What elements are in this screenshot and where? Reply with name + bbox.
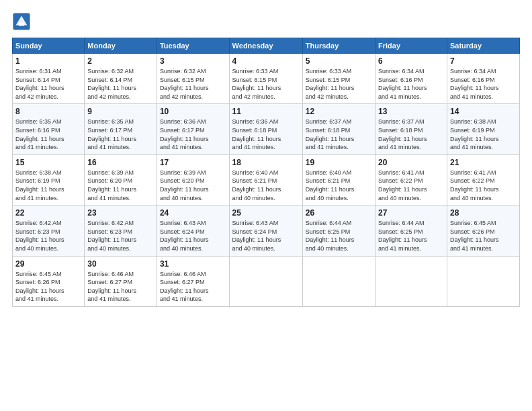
day-cell-2: 2Sunrise: 6:32 AM Sunset: 6:14 PM Daylig… xyxy=(85,54,157,104)
day-info: Sunrise: 6:46 AM Sunset: 6:27 PM Dayligh… xyxy=(160,270,226,304)
day-info: Sunrise: 6:43 AM Sunset: 6:24 PM Dayligh… xyxy=(232,219,300,253)
header-cell-wednesday: Wednesday xyxy=(229,38,302,54)
day-info: Sunrise: 6:31 AM Sunset: 6:14 PM Dayligh… xyxy=(15,67,81,101)
day-number: 4 xyxy=(232,56,300,66)
day-cell-23: 23Sunrise: 6:42 AM Sunset: 6:23 PM Dayli… xyxy=(85,205,157,256)
day-number: 7 xyxy=(450,56,517,66)
day-number: 21 xyxy=(450,158,517,167)
day-cell-8: 8Sunrise: 6:35 AM Sunset: 6:16 PM Daylig… xyxy=(13,104,85,154)
day-info: Sunrise: 6:45 AM Sunset: 6:26 PM Dayligh… xyxy=(450,219,517,253)
day-number: 12 xyxy=(306,107,372,116)
day-cell-25: 25Sunrise: 6:43 AM Sunset: 6:24 PM Dayli… xyxy=(229,205,302,256)
day-info: Sunrise: 6:45 AM Sunset: 6:26 PM Dayligh… xyxy=(15,270,81,304)
header xyxy=(12,12,520,31)
day-cell-20: 20Sunrise: 6:41 AM Sunset: 6:22 PM Dayli… xyxy=(375,154,447,205)
day-number: 10 xyxy=(160,107,226,116)
calendar-table: SundayMondayTuesdayWednesdayThursdayFrid… xyxy=(12,38,520,307)
day-cell-24: 24Sunrise: 6:43 AM Sunset: 6:24 PM Dayli… xyxy=(157,205,229,256)
logo-icon xyxy=(12,12,31,31)
header-row: SundayMondayTuesdayWednesdayThursdayFrid… xyxy=(13,38,520,54)
day-info: Sunrise: 6:33 AM Sunset: 6:15 PM Dayligh… xyxy=(306,67,372,101)
calendar-week-4: 22Sunrise: 6:42 AM Sunset: 6:23 PM Dayli… xyxy=(13,205,520,256)
day-cell-29: 29Sunrise: 6:45 AM Sunset: 6:26 PM Dayli… xyxy=(13,256,85,306)
day-info: Sunrise: 6:43 AM Sunset: 6:24 PM Dayligh… xyxy=(160,219,226,253)
empty-cell xyxy=(447,256,519,306)
page: SundayMondayTuesdayWednesdayThursdayFrid… xyxy=(0,0,532,411)
day-number: 20 xyxy=(378,158,444,167)
day-cell-18: 18Sunrise: 6:40 AM Sunset: 6:21 PM Dayli… xyxy=(229,154,302,205)
day-cell-6: 6Sunrise: 6:34 AM Sunset: 6:16 PM Daylig… xyxy=(375,54,447,104)
day-number: 16 xyxy=(87,158,154,167)
day-info: Sunrise: 6:39 AM Sunset: 6:20 PM Dayligh… xyxy=(87,169,154,202)
day-number: 14 xyxy=(450,107,517,116)
day-number: 18 xyxy=(232,158,300,167)
day-cell-12: 12Sunrise: 6:37 AM Sunset: 6:18 PM Dayli… xyxy=(302,104,375,154)
day-number: 28 xyxy=(450,208,517,218)
day-number: 15 xyxy=(15,158,81,167)
header-cell-saturday: Saturday xyxy=(447,38,519,54)
day-cell-1: 1Sunrise: 6:31 AM Sunset: 6:14 PM Daylig… xyxy=(13,54,85,104)
day-info: Sunrise: 6:37 AM Sunset: 6:18 PM Dayligh… xyxy=(378,118,444,151)
day-info: Sunrise: 6:40 AM Sunset: 6:21 PM Dayligh… xyxy=(306,169,372,202)
day-cell-7: 7Sunrise: 6:34 AM Sunset: 6:16 PM Daylig… xyxy=(447,54,519,104)
day-cell-27: 27Sunrise: 6:44 AM Sunset: 6:25 PM Dayli… xyxy=(375,205,447,256)
calendar-week-5: 29Sunrise: 6:45 AM Sunset: 6:26 PM Dayli… xyxy=(13,256,520,306)
day-cell-21: 21Sunrise: 6:41 AM Sunset: 6:22 PM Dayli… xyxy=(447,154,519,205)
day-number: 3 xyxy=(160,56,226,66)
day-info: Sunrise: 6:33 AM Sunset: 6:15 PM Dayligh… xyxy=(232,67,300,101)
day-info: Sunrise: 6:44 AM Sunset: 6:25 PM Dayligh… xyxy=(378,219,444,253)
header-cell-friday: Friday xyxy=(375,38,447,54)
day-number: 22 xyxy=(15,208,81,218)
day-cell-26: 26Sunrise: 6:44 AM Sunset: 6:25 PM Dayli… xyxy=(302,205,375,256)
header-cell-thursday: Thursday xyxy=(302,38,375,54)
day-info: Sunrise: 6:36 AM Sunset: 6:17 PM Dayligh… xyxy=(160,118,226,151)
day-info: Sunrise: 6:44 AM Sunset: 6:25 PM Dayligh… xyxy=(306,219,372,253)
day-cell-31: 31Sunrise: 6:46 AM Sunset: 6:27 PM Dayli… xyxy=(157,256,229,306)
day-info: Sunrise: 6:38 AM Sunset: 6:19 PM Dayligh… xyxy=(450,118,517,151)
day-info: Sunrise: 6:32 AM Sunset: 6:14 PM Dayligh… xyxy=(87,67,154,101)
day-cell-15: 15Sunrise: 6:38 AM Sunset: 6:19 PM Dayli… xyxy=(13,154,85,205)
day-number: 19 xyxy=(306,158,372,167)
calendar-week-1: 1Sunrise: 6:31 AM Sunset: 6:14 PM Daylig… xyxy=(13,54,520,104)
day-number: 25 xyxy=(232,208,300,218)
day-number: 24 xyxy=(160,208,226,218)
day-info: Sunrise: 6:46 AM Sunset: 6:27 PM Dayligh… xyxy=(87,270,154,304)
day-number: 6 xyxy=(378,56,444,66)
day-info: Sunrise: 6:42 AM Sunset: 6:23 PM Dayligh… xyxy=(87,219,154,253)
day-cell-19: 19Sunrise: 6:40 AM Sunset: 6:21 PM Dayli… xyxy=(302,154,375,205)
day-number: 13 xyxy=(378,107,444,116)
day-cell-30: 30Sunrise: 6:46 AM Sunset: 6:27 PM Dayli… xyxy=(85,256,157,306)
day-number: 11 xyxy=(232,107,300,116)
day-cell-5: 5Sunrise: 6:33 AM Sunset: 6:15 PM Daylig… xyxy=(302,54,375,104)
day-number: 29 xyxy=(15,259,81,269)
day-number: 9 xyxy=(87,107,154,116)
calendar-header: SundayMondayTuesdayWednesdayThursdayFrid… xyxy=(13,38,520,54)
svg-rect-2 xyxy=(19,22,24,26)
day-info: Sunrise: 6:35 AM Sunset: 6:17 PM Dayligh… xyxy=(87,118,154,151)
day-number: 5 xyxy=(306,56,372,66)
calendar-week-3: 15Sunrise: 6:38 AM Sunset: 6:19 PM Dayli… xyxy=(13,154,520,205)
day-info: Sunrise: 6:34 AM Sunset: 6:16 PM Dayligh… xyxy=(378,67,444,101)
day-cell-9: 9Sunrise: 6:35 AM Sunset: 6:17 PM Daylig… xyxy=(85,104,157,154)
day-number: 27 xyxy=(378,208,444,218)
day-cell-3: 3Sunrise: 6:32 AM Sunset: 6:15 PM Daylig… xyxy=(157,54,229,104)
day-info: Sunrise: 6:36 AM Sunset: 6:18 PM Dayligh… xyxy=(232,118,300,151)
day-number: 30 xyxy=(87,259,154,269)
day-number: 8 xyxy=(15,107,81,116)
day-number: 2 xyxy=(87,56,154,66)
day-info: Sunrise: 6:41 AM Sunset: 6:22 PM Dayligh… xyxy=(378,169,444,202)
day-info: Sunrise: 6:42 AM Sunset: 6:23 PM Dayligh… xyxy=(15,219,81,253)
day-info: Sunrise: 6:32 AM Sunset: 6:15 PM Dayligh… xyxy=(160,67,226,101)
header-cell-monday: Monday xyxy=(85,38,157,54)
calendar-body: 1Sunrise: 6:31 AM Sunset: 6:14 PM Daylig… xyxy=(13,54,520,307)
header-cell-tuesday: Tuesday xyxy=(157,38,229,54)
day-cell-16: 16Sunrise: 6:39 AM Sunset: 6:20 PM Dayli… xyxy=(85,154,157,205)
day-cell-11: 11Sunrise: 6:36 AM Sunset: 6:18 PM Dayli… xyxy=(229,104,302,154)
day-cell-22: 22Sunrise: 6:42 AM Sunset: 6:23 PM Dayli… xyxy=(13,205,85,256)
empty-cell xyxy=(375,256,447,306)
day-info: Sunrise: 6:35 AM Sunset: 6:16 PM Dayligh… xyxy=(15,118,81,151)
calendar-week-2: 8Sunrise: 6:35 AM Sunset: 6:16 PM Daylig… xyxy=(13,104,520,154)
logo xyxy=(12,12,34,31)
day-cell-13: 13Sunrise: 6:37 AM Sunset: 6:18 PM Dayli… xyxy=(375,104,447,154)
day-number: 17 xyxy=(160,158,226,167)
